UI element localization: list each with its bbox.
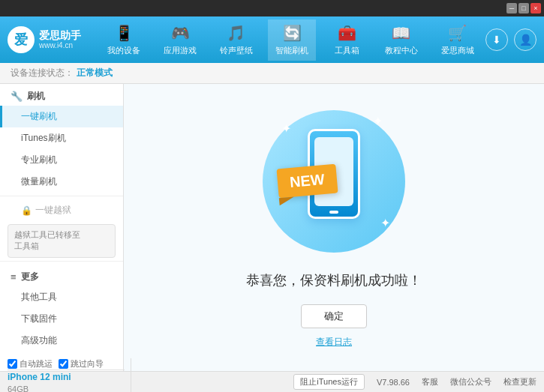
sidebar-divider-1 xyxy=(0,196,123,196)
nav-icon-shop: 🛒 xyxy=(448,24,467,42)
bottom-checkboxes: 自动跳运 跳过向导 xyxy=(8,358,125,370)
nav-icon-toolbox: 🧰 xyxy=(338,24,356,42)
main-layout: 🔧 刷机 一键刷机 iTunes刷机 专业刷机 微量刷机 🔒 一键越狱 越狱工具… xyxy=(0,84,544,371)
flash-section-label: 刷机 xyxy=(27,90,45,103)
confirm-button[interactable]: 确定 xyxy=(301,304,367,328)
bottom-left-section: 自动跳运 跳过向导 iPhone 12 mini 64GB Down-12min… xyxy=(8,358,131,392)
nav-label-smart-flash: 智能刷机 xyxy=(275,45,308,56)
nav-label-shop: 爱思商城 xyxy=(441,45,474,56)
skip-wizard-checkbox[interactable]: 跳过向导 xyxy=(59,358,104,370)
device-name: iPhone 12 mini xyxy=(8,372,125,384)
sidebar-item-advanced[interactable]: 高级功能 xyxy=(0,330,123,352)
customer-service-link[interactable]: 客服 xyxy=(422,376,438,388)
nav-item-toolbox[interactable]: 🧰 工具箱 xyxy=(324,19,369,61)
download-button[interactable]: ⬇ xyxy=(485,28,508,51)
stop-itunes-button[interactable]: 阻止iTunes运行 xyxy=(293,374,365,390)
version-label: V7.98.66 xyxy=(377,378,410,387)
logo-sub-text: www.i4.cn xyxy=(39,41,81,50)
phone-home-btn xyxy=(329,211,338,214)
sidebar-item-itunes-flash[interactable]: iTunes刷机 xyxy=(0,127,123,149)
bottom-right-section: 阻止iTunes运行 V7.98.66 客服 微信公众号 检查更新 xyxy=(131,374,536,390)
auto-jump-input[interactable] xyxy=(8,359,17,369)
minimize-button[interactable]: ─ xyxy=(506,3,517,13)
success-message: 恭喜您，保资料刷机成功啦！ xyxy=(246,271,422,289)
window-controls: ─ □ × xyxy=(506,3,541,13)
nav-item-shop[interactable]: 🛒 爱思商城 xyxy=(434,19,482,61)
auto-jump-label: 自动跳运 xyxy=(20,358,53,370)
sparkle-icon-3: ✦ xyxy=(380,216,390,230)
flash-section-icon: 🔧 xyxy=(11,91,23,102)
auto-jump-checkbox[interactable]: 自动跳运 xyxy=(8,358,53,370)
skip-wizard-input[interactable] xyxy=(59,359,68,369)
skip-wizard-label: 跳过向导 xyxy=(71,358,104,370)
nav-item-tutorial[interactable]: 📖 教程中心 xyxy=(377,19,425,61)
nav-item-ringtones[interactable]: 🎵 铃声壁纸 xyxy=(212,19,260,61)
status-bar: 设备连接状态： 正常模式 xyxy=(0,63,544,84)
more-section-label: 更多 xyxy=(21,271,39,283)
new-badge: NEW xyxy=(276,164,338,199)
logo-icon: 爱 xyxy=(8,26,35,53)
nav-label-ringtones: 铃声壁纸 xyxy=(220,45,253,56)
status-label: 设备连接状态： xyxy=(11,67,74,79)
wechat-public-link[interactable]: 微信公众号 xyxy=(450,376,491,388)
sidebar-item-micro-flash[interactable]: 微量刷机 xyxy=(0,171,123,193)
maximize-button[interactable]: □ xyxy=(518,3,529,13)
sidebar: 🔧 刷机 一键刷机 iTunes刷机 专业刷机 微量刷机 🔒 一键越狱 越狱工具… xyxy=(0,84,124,371)
logo-text: 爱思助手 www.i4.cn xyxy=(39,29,81,51)
nav-item-apps-games[interactable]: 🎮 应用游戏 xyxy=(156,19,204,61)
device-info: iPhone 12 mini 64GB Down-12mini-13,1 xyxy=(8,370,125,392)
nav-label-my-device: 我的设备 xyxy=(107,45,140,56)
nav-icon-my-device: 📱 xyxy=(115,24,134,42)
nav-label-apps-games: 应用游戏 xyxy=(164,45,197,56)
title-bar: ─ □ × xyxy=(0,0,544,16)
nav-item-my-device[interactable]: 📱 我的设备 xyxy=(100,19,148,61)
sidebar-item-other-tools[interactable]: 其他工具 xyxy=(0,286,123,308)
sidebar-item-download-firmware[interactable]: 下载固件 xyxy=(0,308,123,330)
sidebar-item-pro-flash[interactable]: 专业刷机 xyxy=(0,149,123,171)
bottom-bar: 自动跳运 跳过向导 iPhone 12 mini 64GB Down-12min… xyxy=(0,371,544,392)
nav-items: 📱 我的设备 🎮 应用游戏 🎵 铃声壁纸 🔄 智能刷机 🧰 工具箱 📖 教程中心… xyxy=(96,19,485,61)
logo-main-text: 爱思助手 xyxy=(39,29,81,42)
nav-label-tutorial: 教程中心 xyxy=(385,45,418,56)
sparkle-icon-2: ✦ xyxy=(373,114,383,128)
content-area: NEW ✦ ✦ ✦ 恭喜您，保资料刷机成功啦！ 确定 查看日志 xyxy=(124,84,544,371)
nav-icon-tutorial: 📖 xyxy=(392,24,410,42)
sidebar-item-jailbreak: 🔒 一键越狱 xyxy=(0,199,123,221)
logo: 爱 爱思助手 www.i4.cn xyxy=(8,26,81,53)
sidebar-divider-2 xyxy=(0,261,123,262)
nav-icon-apps-games: 🎮 xyxy=(171,24,190,42)
sidebar-section-flash: 🔧 刷机 xyxy=(0,84,123,106)
device-storage: 64GB xyxy=(8,384,125,392)
header: 爱 爱思助手 www.i4.cn 📱 我的设备 🎮 应用游戏 🎵 铃声壁纸 🔄 … xyxy=(0,16,544,63)
success-illustration: NEW ✦ ✦ ✦ xyxy=(259,106,409,256)
view-log-link[interactable]: 查看日志 xyxy=(316,336,352,349)
sidebar-notice: 越狱工具已转移至工具箱 xyxy=(8,224,116,258)
sidebar-item-one-click-flash[interactable]: 一键刷机 xyxy=(0,106,123,127)
status-value: 正常模式 xyxy=(77,67,113,79)
lock-icon: 🔒 xyxy=(21,205,32,216)
close-button[interactable]: × xyxy=(530,3,541,13)
account-button[interactable]: 👤 xyxy=(514,28,536,51)
nav-label-toolbox: 工具箱 xyxy=(335,45,359,56)
more-section-icon: ≡ xyxy=(11,271,17,283)
sparkle-icon-1: ✦ xyxy=(281,121,291,136)
header-actions: ⬇ 👤 xyxy=(485,28,536,51)
nav-item-smart-flash[interactable]: 🔄 智能刷机 xyxy=(268,19,316,61)
check-update-link[interactable]: 检查更新 xyxy=(503,376,536,388)
sidebar-section-more: ≡ 更多 xyxy=(0,265,123,286)
nav-icon-smart-flash: 🔄 xyxy=(283,24,302,42)
nav-icon-ringtones: 🎵 xyxy=(227,24,245,42)
